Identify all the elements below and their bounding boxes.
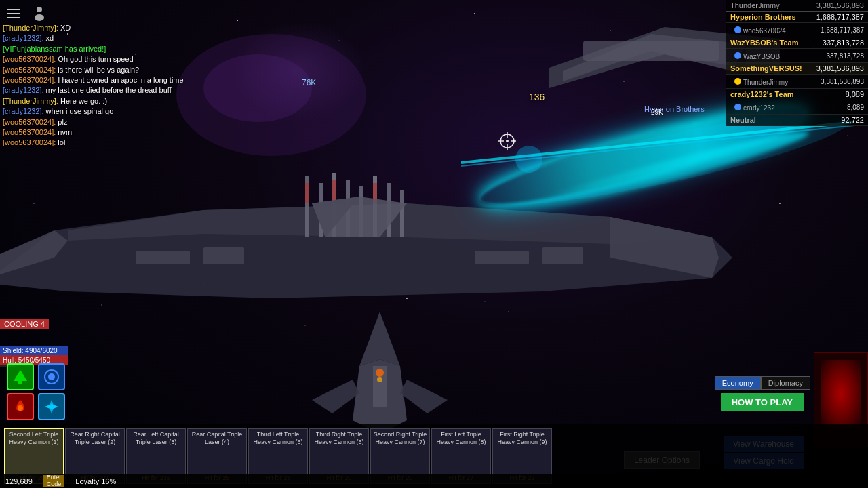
- chat-area: [ThunderJimmy]: XD [crady1232]: xd [VIPu…: [0, 20, 203, 151]
- enter-code-button[interactable]: Enter Code: [43, 475, 65, 487]
- svg-rect-41: [136, 251, 190, 264]
- chat-line-8: [ThunderJimmy]: Here we go. :): [3, 96, 201, 106]
- svg-point-57: [377, 377, 382, 382]
- economy-diplomacy-tabs: Economy Diplomacy: [715, 376, 810, 390]
- scoreboard-neutral: Neutral 92,722: [726, 115, 868, 126]
- svg-rect-24: [583, 41, 719, 61]
- minimap-blob: [821, 360, 861, 428]
- svg-marker-54: [400, 380, 448, 413]
- stats-bar: 129,689 Enter Code Loyalty 16%: [0, 474, 868, 488]
- svg-rect-66: [7, 17, 20, 18]
- svg-point-67: [37, 7, 42, 12]
- chat-line-3: [VIPunjabianssam has arrived!]: [3, 44, 201, 54]
- ability-cyan[interactable]: [38, 393, 65, 420]
- diplomacy-tab[interactable]: Diplomacy: [761, 376, 810, 390]
- chat-line-5: [woo56370024]: is there will be vs again…: [3, 65, 201, 75]
- chat-line-1: [ThunderJimmy]: XD: [3, 23, 201, 33]
- svg-rect-35: [400, 190, 404, 237]
- how-to-play-button[interactable]: HOW TO PLAY: [721, 393, 804, 411]
- scoreboard-header: ThunderJimmy 3,381,536,893: [726, 0, 868, 12]
- svg-rect-44: [542, 247, 583, 264]
- player-dot-1: [734, 26, 741, 33]
- chat-line-11: [woo56370024]: nvm: [3, 127, 201, 138]
- scoreboard-team-waz: WazYBSOB's Team 337,813,728: [726, 37, 868, 49]
- num-29k: 29K: [651, 108, 663, 116]
- scoreboard-team-something: SomethingVERSUS! 3,381,536,893: [726, 63, 868, 75]
- loyalty-value: Loyalty 16%: [75, 477, 116, 485]
- svg-rect-65: [7, 13, 20, 14]
- svg-rect-37: [332, 180, 336, 203]
- economy-tab[interactable]: Economy: [715, 376, 761, 390]
- chat-line-10: [woo56370024]: plz: [3, 117, 201, 127]
- scoreboard-team-crady: crady1232's Team 8,089: [726, 89, 868, 100]
- chat-line-6: [woo56370024]: I havent owned an apoc in…: [3, 75, 201, 85]
- ability-red[interactable]: [7, 393, 34, 420]
- ability-green[interactable]: [7, 363, 34, 390]
- svg-marker-69: [14, 370, 27, 381]
- number-136: 136: [529, 92, 545, 102]
- ability-blue[interactable]: [38, 363, 65, 390]
- svg-point-4: [474, 13, 475, 14]
- scoreboard-player-thunder: ThunderJimmy 3,381,536,893: [726, 75, 868, 89]
- chat-line-7: [crady1232]: my last one died before the…: [3, 85, 201, 96]
- chat-line-12: [woo56370024]: lol: [3, 138, 201, 148]
- svg-rect-36: [305, 183, 309, 203]
- svg-point-73: [18, 405, 23, 411]
- chat-line-2: [crady1232]: xd: [3, 33, 201, 43]
- crosshair: [498, 132, 516, 150]
- credits-value: 129,689: [5, 477, 33, 485]
- scoreboard: ThunderJimmy 3,381,536,893 Hyperion Brot…: [726, 0, 868, 126]
- ability-row-2: [7, 393, 65, 420]
- cooling-indicator: COOLING 4: [0, 319, 49, 329]
- svg-marker-53: [312, 380, 359, 413]
- svg-rect-43: [475, 251, 529, 264]
- svg-point-50: [515, 146, 542, 173]
- player-dot-2: [734, 52, 741, 59]
- player-dot-4: [734, 104, 741, 110]
- svg-point-63: [506, 140, 509, 142]
- scoreboard-player-crady: crady1232 8,089: [726, 100, 868, 115]
- player-dot-3: [734, 78, 741, 85]
- svg-point-56: [376, 369, 384, 377]
- svg-rect-64: [7, 9, 20, 10]
- nebula-glow: [231, 20, 366, 122]
- health-bars: Shield: 4904/6020 Hull: 5450/5450: [0, 346, 68, 365]
- chat-line-4: [woo56370024]: Oh god this turn speed: [3, 54, 201, 64]
- scoreboard-score-label: 3,381,536,893: [816, 1, 864, 9]
- scoreboard-player-woo1: woo56370024 1,688,717,387: [726, 23, 868, 37]
- chat-line-9: [crady1232]: when i use spinal go: [3, 106, 201, 117]
- fighter-ship: [312, 312, 448, 434]
- svg-point-72: [48, 373, 55, 380]
- svg-marker-51: [359, 312, 400, 366]
- ability-row-1: [7, 363, 65, 390]
- scoreboard-team-hyperion: Hyperion Brothers 1,688,717,387: [726, 12, 868, 23]
- ability-icons: [7, 363, 65, 420]
- svg-rect-70: [18, 380, 22, 384]
- label-76k: 76K: [302, 78, 316, 87]
- scoreboard-player-waz: WazYBSOB 337,813,728: [726, 49, 868, 63]
- svg-rect-42: [203, 247, 244, 264]
- shield-bar: Shield: 4904/6020: [0, 346, 68, 355]
- scoreboard-player-name: ThunderJimmy: [730, 1, 780, 9]
